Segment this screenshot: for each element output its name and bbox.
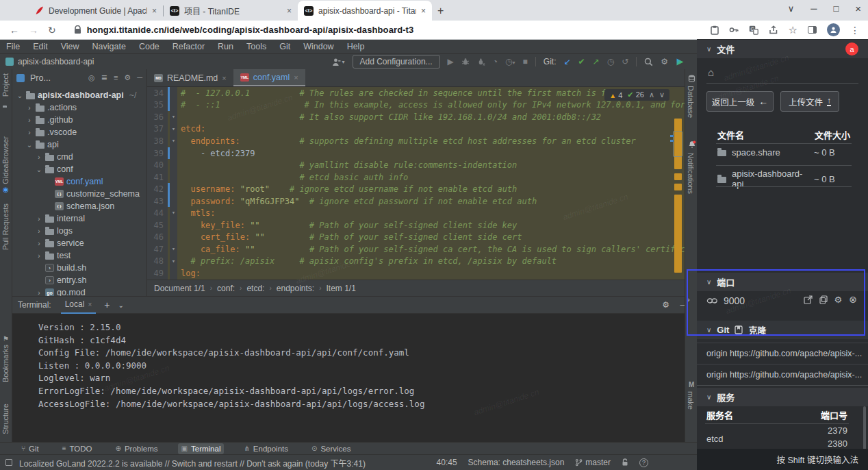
services-section-header[interactable]: ∨ 服务 bbox=[697, 388, 868, 406]
prev-problem-icon[interactable]: ∧ bbox=[649, 90, 654, 99]
tool-stripe-bookmarks[interactable]: Bookmarks bbox=[1, 345, 10, 382]
side-panel-icon[interactable] bbox=[808, 26, 817, 34]
files-section-header[interactable]: ∨ 文件 a bbox=[697, 40, 868, 58]
toolwindow-button-services[interactable]: ⊙Services bbox=[308, 443, 355, 454]
menu-item-file[interactable]: File bbox=[6, 42, 20, 51]
git-collapse-chevron-icon[interactable]: ∨ bbox=[706, 326, 711, 334]
bookmark-star-icon[interactable]: ☆ bbox=[789, 24, 797, 36]
menu-item-run[interactable]: Run bbox=[218, 42, 233, 51]
editor-tab-close-icon[interactable]: × bbox=[294, 73, 298, 82]
panel-settings-gear-icon[interactable]: ⚙ bbox=[124, 73, 131, 82]
project-breadcrumb[interactable]: apisix-dashboard-api bbox=[5, 57, 94, 66]
git-section-header[interactable]: ∨ Git 克隆 bbox=[697, 321, 868, 339]
add-configuration-button[interactable]: Add Configuration... bbox=[353, 55, 440, 69]
ports-section-header[interactable]: ∨ 端口 bbox=[697, 273, 868, 291]
tree-item[interactable]: ›internal bbox=[12, 212, 146, 225]
tree-chevron-icon[interactable]: › bbox=[36, 215, 42, 223]
terminal-settings-gear-icon[interactable]: ⚙ bbox=[662, 300, 669, 310]
menu-item-help[interactable]: Help bbox=[347, 42, 365, 51]
tool-stripe-database[interactable]: Database bbox=[687, 86, 695, 118]
project-panel-title[interactable]: Pro... bbox=[30, 73, 51, 83]
profile-avatar[interactable] bbox=[827, 23, 840, 36]
tree-item[interactable]: ›test bbox=[12, 249, 146, 262]
browser-tab[interactable]: Development Guide | Apache× bbox=[29, 1, 163, 21]
tool-stripe-project[interactable]: Project bbox=[1, 73, 10, 97]
tree-item[interactable]: ›.vscode bbox=[12, 126, 146, 138]
tool-stripe-gidea-browser[interactable]: GideaBrowser bbox=[1, 136, 10, 184]
window-maximize-button[interactable]: □ bbox=[833, 3, 839, 14]
upload-file-button[interactable]: 上传文件 ↑ bbox=[780, 91, 839, 112]
port-open-external-icon[interactable] bbox=[804, 295, 813, 304]
ide-logo-icon[interactable] bbox=[676, 58, 685, 66]
error-stripe[interactable] bbox=[674, 87, 682, 280]
services-collapse-chevron-icon[interactable]: ∨ bbox=[706, 393, 711, 401]
run-history-icon[interactable]: ◷▾ bbox=[505, 57, 515, 66]
tab-close-icon[interactable]: × bbox=[421, 6, 426, 16]
run-icon[interactable]: ▶ bbox=[448, 57, 454, 66]
git-history-icon[interactable]: ◷ bbox=[607, 57, 614, 66]
toolwindow-button-problems[interactable]: ⊕Problems bbox=[112, 443, 162, 454]
breadcrumb-item[interactable]: conf: bbox=[217, 284, 235, 293]
tree-chevron-icon[interactable]: › bbox=[36, 240, 42, 247]
home-icon[interactable]: ⌂ bbox=[708, 66, 714, 78]
menu-item-git[interactable]: Git bbox=[279, 42, 290, 51]
editor-tab[interactable]: MDREADME.md× bbox=[147, 69, 233, 86]
tool-stripe-make[interactable]: make bbox=[687, 391, 695, 410]
git-update-icon[interactable]: ↙ bbox=[564, 57, 571, 66]
git-branch-widget[interactable]: master bbox=[575, 458, 611, 467]
tree-item[interactable]: ›build.sh bbox=[12, 262, 146, 274]
fold-icon[interactable]: ▾ bbox=[170, 123, 177, 136]
breadcrumb-item[interactable]: etcd: bbox=[246, 284, 264, 293]
tree-chevron-icon[interactable]: › bbox=[26, 129, 33, 136]
git-remote-row[interactable]: origin https://github.com/apache/apisix-… bbox=[697, 364, 868, 385]
tool-stripe-pull-requests[interactable]: Pull Requests bbox=[1, 203, 10, 250]
menu-item-code[interactable]: Code bbox=[139, 42, 159, 51]
ports-collapse-chevron-icon[interactable]: ∨ bbox=[706, 278, 711, 286]
menu-item-edit[interactable]: Edit bbox=[33, 42, 48, 51]
port-settings-gear-icon[interactable]: ⚙ bbox=[834, 295, 843, 305]
menu-item-navigate[interactable]: Navigate bbox=[92, 42, 126, 51]
git-commit-icon[interactable]: ✔ bbox=[578, 57, 585, 66]
tree-item[interactable]: { }schema.json bbox=[12, 200, 146, 212]
port-close-icon[interactable]: ⊗ bbox=[849, 294, 857, 305]
browser-tab[interactable]: <t>apisix-dashboard-api - TitanID× bbox=[298, 1, 432, 21]
help-icon[interactable]: ? bbox=[639, 458, 648, 467]
panel-hide-icon[interactable]: ─ bbox=[137, 73, 142, 82]
stripe-expand-chevron[interactable]: › bbox=[687, 295, 690, 304]
editor-scrollbar-thumb[interactable] bbox=[673, 131, 682, 157]
tree-item[interactable]: ›.github bbox=[12, 114, 146, 126]
toolwindow-button-terminal[interactable]: ▣Terminal bbox=[178, 443, 225, 454]
toolwindow-button-todo[interactable]: ≡TODO bbox=[59, 443, 96, 454]
breadcrumb-item[interactable]: endpoints: bbox=[277, 284, 314, 293]
terminal-dropdown-icon[interactable]: ⌄ bbox=[118, 301, 123, 309]
tab-close-icon[interactable]: × bbox=[287, 6, 292, 16]
fold-icon[interactable]: ▾ bbox=[170, 135, 177, 147]
file-row[interactable]: space.share~ 0 B bbox=[717, 147, 858, 158]
clipboard-icon[interactable] bbox=[711, 25, 719, 35]
url-text[interactable]: hongxi.titanide.cn/ide/web/coding/apisix… bbox=[87, 25, 414, 35]
user-dropdown-icon[interactable]: ▾ bbox=[332, 58, 345, 66]
expand-all-icon[interactable]: ≣ bbox=[101, 73, 107, 82]
tool-stripe-structure[interactable]: Structure bbox=[1, 404, 10, 434]
stop-icon[interactable]: ■ bbox=[523, 57, 528, 66]
port-number[interactable]: 9000 bbox=[724, 295, 745, 306]
schema-selector[interactable]: Schema: cheatsheets.json bbox=[468, 458, 565, 467]
fold-icon[interactable]: ▾ bbox=[170, 243, 177, 256]
menu-item-view[interactable]: View bbox=[61, 42, 79, 51]
tree-item[interactable]: ⌄api bbox=[12, 138, 146, 151]
tree-chevron-icon[interactable]: › bbox=[36, 227, 42, 235]
tree-item[interactable]: ›logs bbox=[12, 225, 146, 237]
debug-icon[interactable] bbox=[461, 58, 470, 66]
menu-item-tools[interactable]: Tools bbox=[246, 42, 266, 51]
menu-item-window[interactable]: Window bbox=[303, 42, 333, 51]
locate-file-icon[interactable]: ◎ bbox=[88, 73, 95, 82]
coverage-icon[interactable] bbox=[477, 58, 485, 66]
profiler-icon[interactable]: ◔ bbox=[493, 57, 498, 66]
terminal-new-tab-icon[interactable]: + bbox=[104, 299, 110, 310]
git-remote-row[interactable]: origin https://github.com/apache/apisix-… bbox=[697, 343, 868, 364]
toolwindow-button-git[interactable]: ⑂Git bbox=[18, 443, 42, 454]
caret-position[interactable]: 40:45 bbox=[437, 458, 457, 467]
tree-item[interactable]: { }customize_schema bbox=[12, 188, 146, 200]
toolwindow-button-endpoints[interactable]: ⋔Endpoints bbox=[240, 443, 292, 454]
inspection-widget[interactable]: ▲ 4 ✔ 26 ∧ ∨ bbox=[604, 89, 669, 101]
